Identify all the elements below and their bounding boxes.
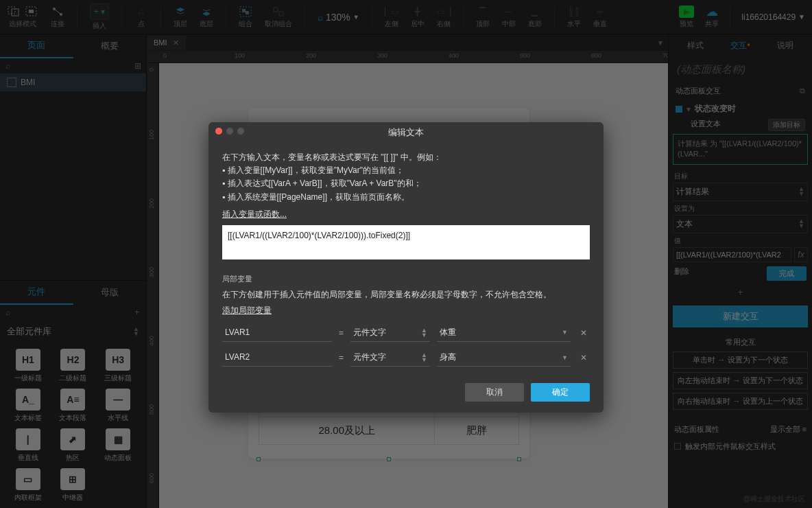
modal-overlay: 编辑文本 在下方输入文本，变量名称或表达式要写在 "[[ ]]" 中。例如： ▪… xyxy=(0,0,812,508)
cancel-button[interactable]: 取消 xyxy=(465,383,524,402)
edit-text-modal: 编辑文本 在下方输入文本，变量名称或表达式要写在 "[[ ]]" 中。例如： ▪… xyxy=(208,122,604,413)
expression-editor[interactable] xyxy=(222,225,590,259)
delete-var-icon[interactable]: ✕ xyxy=(577,327,590,340)
local-vars-title: 局部变量 xyxy=(222,273,590,286)
maximize-window-button xyxy=(237,128,244,135)
delete-var-icon[interactable]: ✕ xyxy=(577,351,590,365)
modal-title: 编辑文本 xyxy=(388,127,424,137)
var-target-select[interactable]: 体重▼ xyxy=(437,324,571,342)
var-type-select[interactable]: 元件文字▲▼ xyxy=(350,324,430,342)
help-text: 在下方输入文本，变量名称或表达式要写在 "[[ ]]" 中。例如： ▪ 插入变量… xyxy=(222,151,590,204)
var-target-select[interactable]: 身高▼ xyxy=(437,349,571,367)
local-vars-desc: 在下方创建用于插入元件值的局部变量，局部变量名称必须是字母数字，不允许包含空格。 xyxy=(222,288,590,301)
insert-function-link[interactable]: 插入变量或函数... xyxy=(222,209,287,219)
add-local-var-link[interactable]: 添加局部变量 xyxy=(222,305,272,315)
local-var-row: LVAR1=元件文字▲▼体重▼✕ xyxy=(222,324,590,342)
ok-button[interactable]: 确定 xyxy=(531,383,590,402)
close-window-button[interactable] xyxy=(215,128,222,135)
local-var-row: LVAR2=元件文字▲▼身高▼✕ xyxy=(222,349,590,367)
minimize-window-button xyxy=(226,128,233,135)
var-type-select[interactable]: 元件文字▲▼ xyxy=(350,349,430,367)
var-name-input[interactable]: LVAR1 xyxy=(222,324,332,342)
var-name-input[interactable]: LVAR2 xyxy=(222,349,332,367)
